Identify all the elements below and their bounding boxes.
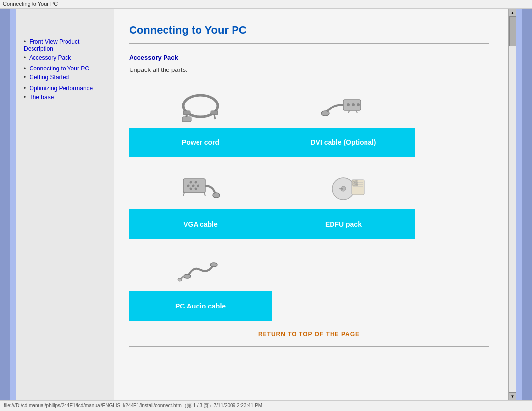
scroll-track[interactable] xyxy=(509,17,516,392)
svg-point-14 xyxy=(187,184,190,187)
sidebar-item-accessory-pack-1[interactable]: • Accessory Pack xyxy=(24,54,108,61)
svg-point-12 xyxy=(321,111,329,116)
vga-cell: VGA cable xyxy=(129,165,272,239)
svg-point-9 xyxy=(357,103,360,106)
svg-point-15 xyxy=(192,184,195,187)
svg-point-23 xyxy=(213,193,220,198)
svg-point-19 xyxy=(190,187,192,190)
dvi-icon xyxy=(316,87,370,124)
edfu-icon: CD Quick Setup Guide xyxy=(316,169,370,206)
scroll-up-button[interactable]: ▲ xyxy=(509,9,517,17)
sidebar-link-getting-started[interactable]: Getting Started xyxy=(30,74,69,81)
sidebar-item-connecting[interactable]: • Connecting to Your PC xyxy=(24,65,108,72)
main-content: Connecting to Your PC Accessory Pack Unp… xyxy=(114,9,508,400)
sidebar-item-front-view[interactable]: • Front View Product Description xyxy=(24,38,108,52)
middle-section: • Front View Product Description • Acces… xyxy=(0,9,532,400)
sidebar-nav: • Front View Product Description • Acces… xyxy=(24,38,108,101)
page-title: Connecting to Your PC xyxy=(129,24,489,36)
content-area: Connecting to Your PC Accessory Pack Unp… xyxy=(114,9,516,400)
sidebar-link-connecting[interactable]: Connecting to Your PC xyxy=(30,65,89,72)
svg-point-17 xyxy=(190,181,192,183)
section-title: Accessory Pack xyxy=(129,54,489,61)
bottom-divider xyxy=(129,346,489,347)
svg-rect-4 xyxy=(182,117,191,122)
edfu-cell: CD Quick Setup Guide EDFU p xyxy=(272,165,415,239)
svg-point-8 xyxy=(352,103,355,106)
accessory-row-3: PC Audio cable xyxy=(129,247,415,321)
title-bar-text: Connecting to Your PC xyxy=(3,1,58,7)
svg-point-37 xyxy=(178,278,182,281)
svg-rect-2 xyxy=(211,111,218,115)
svg-text:Guide: Guide xyxy=(352,184,359,186)
edfu-image-area: CD Quick Setup Guide xyxy=(272,165,415,209)
sidebar-link-base[interactable]: The base xyxy=(29,94,54,101)
svg-line-21 xyxy=(183,193,184,196)
left-accent-strip xyxy=(0,9,10,400)
scrollbar[interactable]: ▲ ▼ xyxy=(508,9,516,400)
right-blue-border xyxy=(516,9,522,400)
sidebar-group-2: • Connecting to Your PC • Getting Starte… xyxy=(24,65,108,81)
audio-label: PC Audio cable xyxy=(129,291,272,321)
sidebar-item-getting-started[interactable]: • Getting Started xyxy=(24,74,108,81)
svg-point-20 xyxy=(195,187,197,190)
title-divider xyxy=(129,43,489,44)
sidebar-link-accessory-pack[interactable]: Accessory Pack xyxy=(29,54,71,61)
status-bar-text: file:///D:/cd manual/philips/244E1/lcd/m… xyxy=(4,403,262,408)
sidebar-group-3: • Optimizing Performance • The base xyxy=(24,85,108,101)
status-bar: file:///D:/cd manual/philips/244E1/lcd/m… xyxy=(0,400,532,411)
sidebar-item-base[interactable]: • The base xyxy=(24,94,108,101)
svg-point-18 xyxy=(195,181,197,183)
audio-image-area xyxy=(129,247,272,291)
vga-image-area xyxy=(129,165,272,209)
svg-text:CD: CD xyxy=(339,188,343,191)
svg-point-34 xyxy=(184,274,191,278)
power-cord-icon xyxy=(173,87,228,124)
sidebar-link-front-view[interactable]: Front View Product Description xyxy=(24,38,79,52)
audio-cell: PC Audio cable xyxy=(129,247,272,321)
vga-label: VGA cable xyxy=(129,209,272,239)
browser-window: Connecting to Your PC • Front View Produ… xyxy=(0,0,532,411)
svg-point-7 xyxy=(347,103,350,106)
scroll-down-button[interactable]: ▼ xyxy=(509,392,517,400)
svg-point-16 xyxy=(197,184,200,187)
vga-icon xyxy=(173,169,228,206)
sidebar-item-optimizing[interactable]: • Optimizing Performance xyxy=(24,85,108,92)
accessory-row-1: Power cord xyxy=(129,83,415,157)
row-spacer-2 xyxy=(129,239,415,247)
svg-rect-1 xyxy=(183,111,190,115)
accessory-row-2: VGA cable CD xyxy=(129,165,415,239)
power-cord-label: Power cord xyxy=(129,128,272,157)
left-blue-border xyxy=(10,9,16,400)
sidebar: • Front View Product Description • Acces… xyxy=(16,9,114,400)
audio-icon xyxy=(173,251,228,288)
dvi-label: DVI cable (Optional) xyxy=(272,128,415,157)
svg-point-35 xyxy=(210,263,217,267)
intro-text: Unpack all the parts. xyxy=(129,66,489,73)
dvi-cell: DVI cable (Optional) xyxy=(272,83,415,157)
sidebar-link-optimizing[interactable]: Optimizing Performance xyxy=(30,85,93,92)
scroll-thumb[interactable] xyxy=(509,17,516,46)
title-bar: Connecting to Your PC xyxy=(0,0,532,9)
edfu-label: EDFU pack xyxy=(272,209,415,239)
sidebar-group-1: • Front View Product Description • Acces… xyxy=(24,38,108,61)
power-cord-cell: Power cord xyxy=(129,83,272,157)
power-cord-image-area xyxy=(129,83,272,128)
audio-row-empty xyxy=(272,247,415,321)
dvi-image-area xyxy=(272,83,415,128)
right-accent-strip xyxy=(522,9,532,400)
return-to-top-link[interactable]: RETURN TO TOP OF THE PAGE xyxy=(129,331,489,338)
row-spacer-1 xyxy=(129,157,415,165)
svg-line-22 xyxy=(204,193,205,196)
svg-line-5 xyxy=(214,115,215,119)
